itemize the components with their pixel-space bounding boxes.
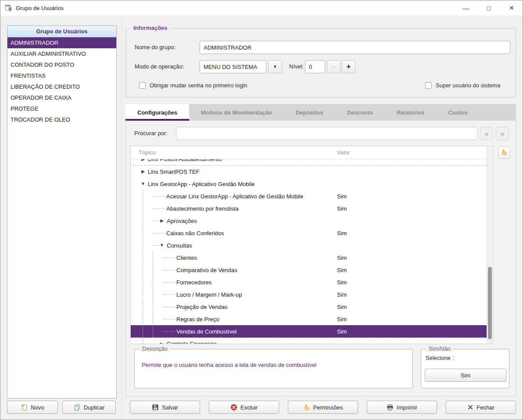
tab-custos[interactable]: Custos — [436, 104, 479, 121]
tree-row[interactable]: ▼Linx GestorApp - Aplicativo Gestão Mobi… — [131, 178, 487, 190]
imprimir-button-label: Imprimir — [397, 404, 417, 411]
panel-splitter[interactable] — [122, 17, 122, 420]
excluir-button[interactable]: Excluir — [209, 401, 279, 414]
novo-button-label: Novo — [31, 404, 44, 411]
expand-arrow-icon[interactable]: ▶ — [158, 342, 165, 344]
duplicar-button-label: Duplicar — [84, 404, 105, 411]
modo-operacao-combobox[interactable]: MENU DO SISTEMA — [200, 60, 266, 73]
expand-arrow-icon[interactable]: ▶ — [140, 159, 147, 162]
tree-row[interactable]: ▶Aprovações — [131, 215, 487, 227]
tree-connector-line — [163, 270, 175, 270]
collapse-arrow-icon[interactable]: ▼ — [158, 243, 165, 248]
group-list-item-administrador[interactable]: ADMINISTRADOR — [7, 37, 116, 48]
tree-item-label: Linx GestorApp - Aplicativo Gestão Mobil… — [148, 181, 255, 187]
tree-row[interactable]: ▶Linx SmartPOS TEF — [131, 165, 487, 178]
expand-arrow-icon[interactable]: ▶ — [158, 219, 165, 223]
tree-row[interactable]: FornecedoresSim — [131, 276, 487, 288]
tab-motivos-de-movimentacao[interactable]: Motivos de Movimentação — [189, 104, 284, 121]
tree-row[interactable]: Projeção de VendasSim — [131, 301, 487, 313]
tree-item-value: Sim — [337, 279, 347, 286]
modo-operacao-dropdown-button[interactable]: ▼ — [268, 60, 282, 73]
tree-row[interactable]: ▼Consultas — [131, 239, 487, 251]
tree-item-value: Sim — [337, 316, 347, 323]
tree-row[interactable]: ClientesSim — [131, 251, 487, 264]
permissoes-button[interactable]: Permissões — [288, 401, 358, 414]
tab-depositos[interactable]: Depósitos — [284, 104, 335, 121]
duplicar-button[interactable]: Duplicar — [62, 401, 116, 414]
search-previous-button[interactable]: « — [480, 127, 493, 140]
tree-row[interactable]: ▶Linx Postos Autoatendimento — [131, 159, 487, 165]
tree-row[interactable]: Comparativo de VendasSim — [131, 264, 487, 276]
tree-scrollbar-thumb[interactable] — [488, 267, 492, 339]
tab-desconto[interactable]: Desconto — [335, 104, 385, 121]
tree-item-label: Fornecedores — [176, 279, 211, 286]
group-list-item-frentistas[interactable]: FRENTISTAS — [7, 70, 116, 81]
tab-configuracoes[interactable]: Configurações — [125, 104, 189, 121]
group-list-item-auxiliar-administrativo[interactable]: AUXILIAR ADMINISTRATIVO — [7, 48, 116, 59]
group-list-item-trocador-de-oleo[interactable]: TROCADOR DE OLEO — [7, 114, 116, 125]
group-list-item-operador-de-caixa[interactable]: OPERADOR DE CAIXA — [7, 92, 116, 103]
nivel-value-field[interactable]: 0 — [305, 60, 325, 73]
nivel-label: Nível: — [289, 60, 304, 73]
tree-row[interactable]: Acessar Linx GestorApp - Aplicativo de G… — [131, 190, 487, 202]
tree-connector-line — [163, 258, 175, 258]
tree-row[interactable]: ▶Controle Financeiro — [131, 337, 487, 344]
salvar-button[interactable]: Salvar — [130, 401, 200, 414]
permissoes-button-label: Permissões — [313, 404, 343, 411]
maximize-button[interactable]: □ — [477, 0, 500, 16]
nome-do-grupo-label: Nome do grupo: — [135, 41, 176, 54]
column-header-valor[interactable]: Valor — [337, 146, 350, 159]
collapse-arrow-icon[interactable]: ▼ — [140, 182, 147, 186]
descricao-groupbox: Descrição Permite que o usuário tenha ac… — [134, 349, 413, 388]
configuracoes-tab-page: Procurar por: « » Tópico Valor ▶Linx Pos… — [125, 121, 516, 396]
group-list-item-protege[interactable]: PROTEGE — [7, 103, 116, 114]
tree-guide-line — [143, 190, 153, 202]
tree-guide-line — [153, 264, 163, 276]
titlebar: Grupo de Usuários — □ × — [0, 0, 523, 16]
tree-item-label: Linx SmartPOS TEF — [148, 169, 200, 175]
tree-row[interactable]: Caixas não ConferidosSim — [131, 227, 487, 239]
super-usuario-checkbox[interactable] — [425, 82, 432, 89]
sim-toggle-button[interactable]: Sim — [425, 369, 506, 382]
expand-arrow-icon[interactable]: ▶ — [140, 169, 147, 174]
tree-row[interactable]: Vendas de CombustívelSim — [131, 325, 487, 337]
modo-operacao-value: MENU DO SISTEMA — [204, 64, 257, 70]
tree-row[interactable]: Regras de PreçoSim — [131, 313, 487, 325]
tree-guide-line — [143, 239, 153, 251]
obrigar-senha-checkbox[interactable] — [139, 82, 146, 89]
tree-guide-line — [143, 338, 153, 344]
nivel-decrement-button[interactable]: − — [327, 60, 340, 73]
nav-next-icon: » — [500, 130, 504, 137]
tab-relatorios[interactable]: Relatórios — [385, 104, 437, 121]
nome-do-grupo-input[interactable] — [200, 41, 510, 54]
save-icon — [152, 404, 159, 411]
imprimir-button[interactable]: Imprimir — [367, 401, 437, 414]
column-options-button[interactable] — [498, 147, 510, 159]
window-title: Grupo de Usuários — [16, 5, 64, 11]
tree-row[interactable]: Lucro / Margem / Mark-upSim — [131, 288, 487, 301]
tree-connector-line — [163, 331, 175, 332]
minimize-button[interactable]: — — [455, 0, 477, 16]
tree-scrollbar[interactable] — [487, 146, 493, 344]
obrigar-senha-label: Obrigar mudar senha no primeiro login — [150, 82, 247, 89]
super-usuario-label: Super usuário do sistema — [436, 82, 500, 89]
tree-guide-line — [143, 215, 153, 227]
group-list-item-contador-do-posto[interactable]: CONTADOR DO POSTO — [7, 59, 116, 70]
tree-item-label: Controle Financeiro — [167, 341, 216, 344]
tree-row[interactable]: Abastecimento por frenstistaSim — [131, 202, 487, 215]
tree-item-label: Regras de Preço — [176, 316, 219, 323]
novo-button[interactable]: Novo — [7, 401, 58, 414]
fechar-button[interactable]: Fechar — [446, 401, 516, 414]
tree-guide-line — [153, 325, 163, 337]
excluir-button-label: Excluir — [240, 404, 258, 411]
close-button[interactable]: × — [500, 0, 523, 16]
tree-item-label: Consultas — [167, 242, 192, 249]
search-next-button[interactable]: » — [496, 127, 509, 140]
search-input[interactable] — [176, 127, 477, 140]
tree-guide-line — [143, 202, 153, 215]
nivel-increment-button[interactable]: + — [342, 60, 355, 73]
group-list-item-liberacao-de-credito[interactable]: LIBERAÇÃO DE CREDITO — [7, 81, 116, 92]
procurar-por-label: Procurar por: — [134, 127, 168, 140]
tree-connector-line — [163, 294, 175, 295]
column-header-topico[interactable]: Tópico — [139, 146, 156, 159]
